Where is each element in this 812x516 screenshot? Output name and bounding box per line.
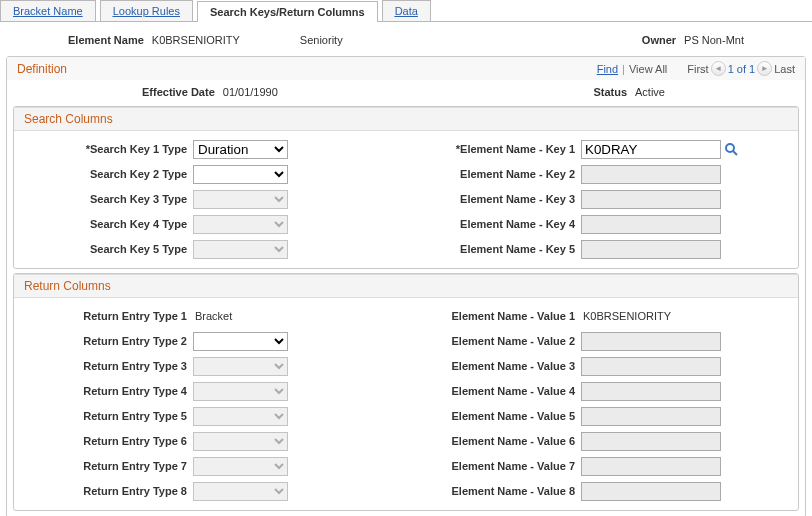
prev-icon[interactable]: ◄ <box>711 61 726 76</box>
element-name-label: Element Name <box>68 34 144 46</box>
search-key-1-name-lookup-icon[interactable] <box>723 141 739 157</box>
return-value-5-name-input <box>581 407 721 426</box>
search-key-4-type-label: Search Key 4 Type <box>18 218 193 230</box>
pager: First ◄ 1 of 1 ► Last <box>687 61 795 76</box>
definition-bar: Definition Find | View All First ◄ 1 of … <box>7 57 805 80</box>
search-key-4-type-select <box>193 215 288 234</box>
return-entry-2-type-select[interactable] <box>193 332 288 351</box>
owner-value: PS Non-Mnt <box>684 34 744 46</box>
status-label: Status <box>593 86 627 98</box>
search-right-col: *Element Name - Key 1Element Name - Key … <box>406 137 794 262</box>
return-value-7-name-label: Element Name - Value 7 <box>406 460 581 472</box>
return-entry-6-type-select <box>193 432 288 451</box>
search-key-2-type-label: Search Key 2 Type <box>18 168 193 180</box>
return-entry-8-type-select <box>193 482 288 501</box>
return-entry-3-type-select <box>193 357 288 376</box>
return-value-7-name-input <box>581 457 721 476</box>
search-key-4-name-input <box>581 215 721 234</box>
return-value-6-name-input <box>581 432 721 451</box>
return-entry-6-type-label: Return Entry Type 6 <box>18 435 193 447</box>
eff-date-value: 01/01/1990 <box>223 86 278 98</box>
return-value-5-name-label: Element Name - Value 5 <box>406 410 581 422</box>
next-icon[interactable]: ► <box>757 61 772 76</box>
return-columns-title: Return Columns <box>14 274 798 298</box>
search-key-1-name-input[interactable] <box>581 140 721 159</box>
svg-point-0 <box>726 144 734 152</box>
search-left-col: *Search Key 1 TypeDurationSearch Key 2 T… <box>18 137 406 262</box>
return-entry-2-type-label: Return Entry Type 2 <box>18 335 193 347</box>
search-key-3-type-select <box>193 190 288 209</box>
return-entry-4-type-label: Return Entry Type 4 <box>18 385 193 397</box>
return-value-4-name-input <box>581 382 721 401</box>
first-link[interactable]: First <box>687 63 708 75</box>
definition-section: Definition Find | View All First ◄ 1 of … <box>6 56 806 516</box>
tab-lookup-rules[interactable]: Lookup Rules <box>100 0 193 21</box>
return-value-4-name-label: Element Name - Value 4 <box>406 385 581 397</box>
search-key-5-name-label: Element Name - Key 5 <box>406 243 581 255</box>
search-key-5-name-input <box>581 240 721 259</box>
search-columns-title: Search Columns <box>14 107 798 131</box>
return-value-2-name-label: Element Name - Value 2 <box>406 335 581 347</box>
pager-pos: 1 of 1 <box>728 63 756 75</box>
search-key-2-name-input <box>581 165 721 184</box>
return-value-1-name-label: Element Name - Value 1 <box>406 310 581 322</box>
eff-status-row: Effective Date 01/01/1990 Status Active <box>7 80 805 104</box>
tab-search-keys-return-columns[interactable]: Search Keys/Return Columns <box>197 1 378 22</box>
search-key-3-name-label: Element Name - Key 3 <box>406 193 581 205</box>
view-all-link[interactable]: View All <box>629 63 667 75</box>
return-value-3-name-label: Element Name - Value 3 <box>406 360 581 372</box>
element-desc: Seniority <box>300 34 343 46</box>
return-entry-7-type-select <box>193 457 288 476</box>
return-entry-7-type-label: Return Entry Type 7 <box>18 460 193 472</box>
return-left-col: Return Entry Type 1BracketReturn Entry T… <box>18 304 406 504</box>
return-columns-section: Return Columns Return Entry Type 1Bracke… <box>13 273 799 511</box>
svg-line-1 <box>733 151 737 155</box>
owner-label: Owner <box>642 34 676 46</box>
search-key-3-type-label: Search Key 3 Type <box>18 193 193 205</box>
search-key-2-type-select[interactable] <box>193 165 288 184</box>
search-key-1-name-label: *Element Name - Key 1 <box>406 143 581 155</box>
return-value-8-name-input <box>581 482 721 501</box>
search-key-2-name-label: Element Name - Key 2 <box>406 168 581 180</box>
return-entry-1-type-value: Bracket <box>193 310 232 322</box>
eff-date-label: Effective Date <box>142 86 215 98</box>
search-key-5-type-label: Search Key 5 Type <box>18 243 193 255</box>
return-value-8-name-label: Element Name - Value 8 <box>406 485 581 497</box>
search-key-3-name-input <box>581 190 721 209</box>
return-entry-8-type-label: Return Entry Type 8 <box>18 485 193 497</box>
last-link[interactable]: Last <box>774 63 795 75</box>
search-key-5-type-select <box>193 240 288 259</box>
tab-bracket-name[interactable]: Bracket Name <box>0 0 96 21</box>
find-link[interactable]: Find <box>597 63 618 75</box>
tab-data[interactable]: Data <box>382 0 431 21</box>
search-columns-section: Search Columns *Search Key 1 TypeDuratio… <box>13 106 799 269</box>
definition-title: Definition <box>17 62 597 76</box>
return-entry-3-type-label: Return Entry Type 3 <box>18 360 193 372</box>
search-key-4-name-label: Element Name - Key 4 <box>406 218 581 230</box>
tab-bar: Bracket NameLookup RulesSearch Keys/Retu… <box>0 0 812 22</box>
return-entry-1-type-label: Return Entry Type 1 <box>18 310 193 322</box>
return-value-6-name-label: Element Name - Value 6 <box>406 435 581 447</box>
separator: | <box>622 63 625 75</box>
return-value-1-name-value: K0BRSENIORITY <box>581 310 671 322</box>
status-value: Active <box>635 86 665 98</box>
element-name-value: K0BRSENIORITY <box>152 34 240 46</box>
search-key-1-type-label: *Search Key 1 Type <box>18 143 193 155</box>
search-key-1-type-select[interactable]: Duration <box>193 140 288 159</box>
return-value-3-name-input <box>581 357 721 376</box>
element-header: Element Name K0BRSENIORITY Seniority Own… <box>0 28 812 52</box>
return-entry-4-type-select <box>193 382 288 401</box>
return-right-col: Element Name - Value 1K0BRSENIORITYEleme… <box>406 304 794 504</box>
return-entry-5-type-label: Return Entry Type 5 <box>18 410 193 422</box>
return-entry-5-type-select <box>193 407 288 426</box>
return-value-2-name-input <box>581 332 721 351</box>
